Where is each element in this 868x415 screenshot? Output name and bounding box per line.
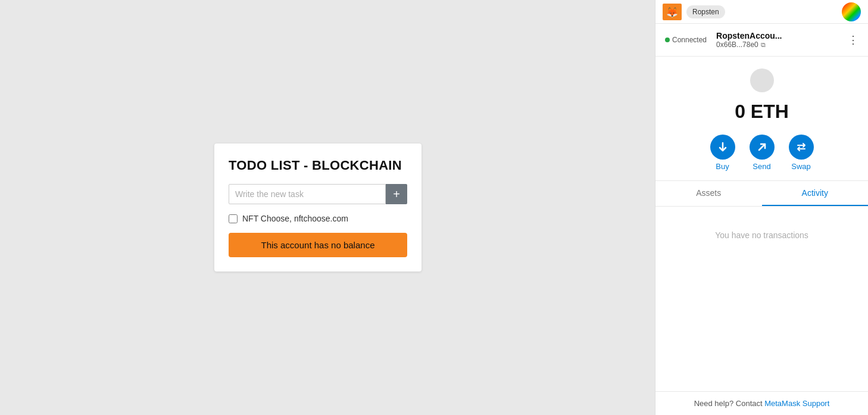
todo-item-label: NFT Choose, nftchoose.com — [242, 214, 348, 223]
mm-account-bar: Connected RopstenAccou... 0x66B...78e0 ⧉… — [655, 24, 868, 57]
metamask-panel: 🦊 Ropsten Connected RopstenAccou... 0x66… — [655, 0, 868, 415]
account-address-row: 0x66B...78e0 ⧉ — [716, 40, 782, 49]
no-balance-button[interactable]: This account has no balance — [229, 233, 407, 257]
metamask-support-link[interactable]: MetaMask Support — [764, 399, 829, 408]
copy-address-icon[interactable]: ⧉ — [761, 41, 766, 49]
swap-arrows-icon — [796, 142, 807, 152]
mm-action-buttons: Buy Send Swap — [710, 135, 814, 171]
svg-line-3 — [759, 144, 765, 150]
account-name: RopstenAccou... — [716, 31, 782, 40]
connected-indicator — [665, 38, 670, 42]
task-input-row: + — [229, 184, 407, 204]
todo-checkbox[interactable] — [229, 214, 238, 223]
todo-item: NFT Choose, nftchoose.com — [229, 214, 407, 223]
no-transactions-text: You have no transactions — [715, 230, 808, 240]
account-address: 0x66B...78e0 — [716, 40, 758, 49]
send-icon — [750, 135, 775, 160]
swap-button[interactable]: Swap — [789, 135, 814, 171]
user-avatar — [750, 68, 774, 92]
account-info: RopstenAccou... 0x66B...78e0 ⧉ — [716, 31, 782, 49]
kebab-menu-icon[interactable]: ⋮ — [848, 35, 858, 45]
mm-topbar: 🦊 Ropsten — [655, 0, 868, 24]
svg-text:🦊: 🦊 — [666, 7, 678, 18]
buy-button[interactable]: Buy — [710, 135, 735, 171]
swap-label: Swap — [791, 162, 811, 171]
tab-activity[interactable]: Activity — [762, 181, 869, 206]
buy-label: Buy — [716, 162, 729, 171]
connected-label: Connected — [672, 36, 707, 44]
mm-tabs: Assets Activity — [655, 181, 868, 207]
main-content: TODO LIST - BLOCKCHAIN + NFT Choose, nft… — [0, 0, 636, 415]
task-input[interactable] — [229, 184, 386, 204]
todo-title: TODO LIST - BLOCKCHAIN — [229, 158, 407, 173]
mm-footer: Need help? Contact MetaMask Support — [655, 391, 868, 415]
buy-arrow-icon — [717, 142, 728, 152]
send-button[interactable]: Send — [750, 135, 775, 171]
mm-balance-section: 0 ETH Buy Send — [655, 57, 868, 181]
swap-icon — [789, 135, 814, 160]
account-avatar — [842, 2, 861, 21]
tab-assets[interactable]: Assets — [655, 181, 762, 206]
network-label: Ropsten — [692, 8, 719, 16]
mm-transactions: You have no transactions — [655, 207, 868, 391]
eth-balance: 0 ETH — [735, 101, 789, 123]
add-task-button[interactable]: + — [386, 184, 407, 204]
metamask-fox-icon: 🦊 — [663, 4, 682, 20]
send-arrow-icon — [757, 142, 767, 152]
help-text: Need help? Contact — [694, 399, 765, 408]
network-badge[interactable]: Ropsten — [686, 5, 725, 18]
send-label: Send — [753, 162, 770, 171]
buy-icon — [710, 135, 735, 160]
todo-card: TODO LIST - BLOCKCHAIN + NFT Choose, nft… — [214, 143, 421, 272]
